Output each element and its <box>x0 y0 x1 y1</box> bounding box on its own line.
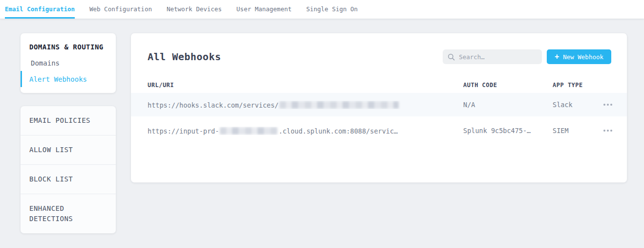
new-webhook-button[interactable]: + New Webhook <box>547 49 611 64</box>
column-header-app-type: APP TYPE <box>553 82 590 89</box>
top-nav: Email Configuration Web Configuration Ne… <box>0 0 644 19</box>
new-webhook-label: New Webhook <box>563 53 603 61</box>
search-input[interactable] <box>459 53 537 61</box>
tab-single-sign-on[interactable]: Single Sign On <box>306 0 358 19</box>
search-box[interactable] <box>443 49 542 64</box>
sidebar-item-block-list[interactable]: BLOCK LIST <box>21 165 116 194</box>
tab-email-configuration[interactable]: Email Configuration <box>5 0 75 19</box>
auth-code: N/A <box>463 101 553 109</box>
search-icon <box>448 53 455 61</box>
row-menu-button[interactable] <box>602 127 613 135</box>
row-menu-button[interactable] <box>602 101 613 109</box>
app-type: Slack <box>553 101 590 109</box>
sidebar-item-domains[interactable]: Domains <box>21 55 116 71</box>
sidebar-item-alert-webhooks[interactable]: Alert Webhooks <box>21 71 116 87</box>
sidebar: DOMAINS & ROUTING Domains Alert Webhooks… <box>21 33 116 233</box>
sidebar-sections-card: EMAIL POLICIES ALLOW LIST BLOCK LIST ENH… <box>21 106 116 233</box>
domains-routing-heading: DOMAINS & ROUTING <box>21 43 116 51</box>
redacted-url-segment <box>220 127 278 135</box>
column-header-auth-code: AUTH CODE <box>463 82 553 89</box>
table-row: https://input-prd-.cloud.splunk.com:8088… <box>131 116 627 145</box>
sidebar-item-enhanced-detections[interactable]: ENHANCED DETECTIONS <box>21 194 116 233</box>
page-body: DOMAINS & ROUTING Domains Alert Webhooks… <box>0 19 644 233</box>
sidebar-item-allow-list[interactable]: ALLOW LIST <box>21 135 116 165</box>
page-title: All Webhooks <box>148 51 221 63</box>
webhooks-panel: All Webhooks + New Webhook URL/URI AU <box>131 33 627 182</box>
url-text: .cloud.splunk.com:8088/servic… <box>279 127 398 135</box>
sidebar-item-email-policies[interactable]: EMAIL POLICIES <box>21 106 116 135</box>
panel-header: All Webhooks + New Webhook <box>131 33 627 64</box>
tab-network-devices[interactable]: Network Devices <box>167 0 222 19</box>
webhook-url: https://hooks.slack.com/services/ <box>148 101 463 109</box>
redacted-url-segment <box>279 101 399 109</box>
table-header-row: URL/URI AUTH CODE APP TYPE <box>131 77 627 93</box>
tab-web-configuration[interactable]: Web Configuration <box>89 0 152 19</box>
plus-icon: + <box>555 53 559 61</box>
auth-code: Splunk 9c5bc475-… <box>463 127 553 135</box>
column-header-url: URL/URI <box>148 82 463 89</box>
table-row: https://hooks.slack.com/services/ N/A Sl… <box>131 93 627 116</box>
header-actions: + New Webhook <box>443 49 611 64</box>
domains-routing-card: DOMAINS & ROUTING Domains Alert Webhooks <box>21 33 116 93</box>
tab-user-management[interactable]: User Management <box>236 0 292 19</box>
url-text: https://input-prd- <box>148 127 219 135</box>
webhook-url: https://input-prd-.cloud.splunk.com:8088… <box>148 127 463 135</box>
url-text: https://hooks.slack.com/services/ <box>148 101 279 109</box>
webhooks-table: URL/URI AUTH CODE APP TYPE https://hooks… <box>131 77 627 145</box>
app-type: SIEM <box>553 127 590 135</box>
